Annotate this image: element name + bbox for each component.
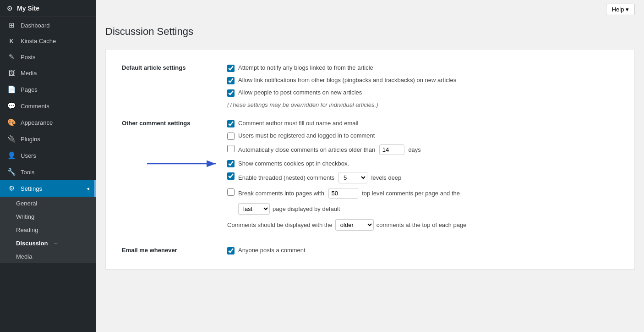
users-icon: 👤 xyxy=(7,151,16,160)
email-settings-row: Email me whenever Anyone posts a comment xyxy=(117,241,623,260)
other-comment-settings-row: Other comment settings Comment author mu… xyxy=(117,114,623,241)
pages-icon: 📄 xyxy=(7,85,16,94)
checkbox-author-name-input[interactable] xyxy=(227,120,235,127)
auto-close-text: Automatically close comments on articles… xyxy=(238,146,375,153)
submenu-label-writing: Writing xyxy=(16,213,34,220)
sidebar: ⊙ My Site ⊞ Dashboard K Kinsta Cache ✎ P… xyxy=(0,0,96,332)
checkbox-notify-blogs: Attempt to notify any blogs linked to fr… xyxy=(227,64,618,72)
other-comment-settings-label: Other comment settings xyxy=(117,114,223,241)
sidebar-label-users: Users xyxy=(21,152,36,159)
checkbox-anyone-posts-input[interactable] xyxy=(227,247,235,255)
checkbox-author-name-label: Comment author must fill out name and em… xyxy=(238,120,358,127)
checkbox-allow-pingbacks-input[interactable] xyxy=(227,77,235,84)
sidebar-item-media[interactable]: 🖼 Media xyxy=(0,65,96,81)
checkbox-break-pages-input[interactable] xyxy=(227,188,235,196)
content-area: Default article settings Attempt to noti… xyxy=(105,49,635,270)
tools-icon: 🔧 xyxy=(7,168,16,176)
checkbox-threaded-comments-input[interactable] xyxy=(227,172,235,180)
default-article-settings-label: Default article settings xyxy=(117,59,223,114)
sidebar-label-dashboard: Dashboard xyxy=(21,22,50,29)
submenu-discussion[interactable]: Discussion ← xyxy=(0,237,96,250)
wp-icon: ⊙ xyxy=(7,5,12,12)
threaded-depth-select[interactable]: 5 1234 678910 xyxy=(338,172,367,183)
help-label: Help ▾ xyxy=(612,6,629,13)
checkbox-author-name: Comment author must fill out name and em… xyxy=(227,120,618,127)
checkbox-cookies-optin-input[interactable] xyxy=(227,160,235,167)
checkbox-anyone-posts: Anyone posts a comment xyxy=(227,247,618,255)
sidebar-item-pages[interactable]: 📄 Pages xyxy=(0,81,96,98)
sidebar-item-posts[interactable]: ✎ Posts xyxy=(0,49,96,65)
checkbox-allow-comments-input[interactable] xyxy=(227,89,235,97)
topbar: Help ▾ xyxy=(96,0,644,19)
break-pages-text: Break comments into pages with xyxy=(238,190,324,197)
media-icon: 🖼 xyxy=(7,69,16,77)
settings-table: Default article settings Attempt to noti… xyxy=(117,59,623,260)
sidebar-label-kinsta: Kinsta Cache xyxy=(21,38,56,44)
checkbox-registered-users-input[interactable] xyxy=(227,133,235,140)
posts-icon: ✎ xyxy=(7,53,16,61)
checkbox-break-pages: Break comments into pages with top level… xyxy=(227,188,618,199)
sidebar-label-appearance: Appearance xyxy=(21,119,53,126)
comments-order-select[interactable]: older newer xyxy=(335,219,374,231)
checkbox-threaded-comments: Enable threaded (nested) comments 5 1234… xyxy=(227,172,618,183)
checkbox-allow-comments: Allow people to post comments on new art… xyxy=(227,89,618,97)
checkbox-threaded-comments-label: Enable threaded (nested) comments 5 1234… xyxy=(238,172,401,183)
sidebar-label-pages: Pages xyxy=(21,86,38,93)
default-article-settings-row: Default article settings Attempt to noti… xyxy=(117,59,623,114)
checkbox-anyone-posts-label: Anyone posts a comment xyxy=(238,247,306,254)
auto-close-suffix: days xyxy=(408,146,420,153)
sidebar-label-settings: Settings xyxy=(21,185,42,192)
submenu-general[interactable]: General xyxy=(0,197,96,210)
submenu-writing[interactable]: Writing xyxy=(0,210,96,223)
checkbox-registered-users: Users must be registered and logged in t… xyxy=(227,132,618,140)
email-settings-label: Email me whenever xyxy=(117,241,223,260)
sidebar-label-media: Media xyxy=(21,70,37,77)
sidebar-item-dashboard[interactable]: ⊞ Dashboard xyxy=(0,17,96,33)
checkbox-cookies-optin: Show comments cookies opt-in checkbox. xyxy=(227,160,618,167)
sidebar-item-plugins[interactable]: 🔌 Plugins xyxy=(0,131,96,147)
annotation-arrow xyxy=(147,157,220,171)
page-display-suffix: page displayed by default xyxy=(273,205,340,212)
main-content: Help ▾ Discussion Settings Default artic… xyxy=(96,0,644,332)
sidebar-item-tools[interactable]: 🔧 Tools xyxy=(0,164,96,180)
page-display-row: last first page displayed by default xyxy=(238,203,618,215)
checkbox-auto-close: Automatically close comments on articles… xyxy=(227,144,618,155)
page-display-select[interactable]: last first xyxy=(238,203,270,215)
default-article-settings-content: Attempt to notify any blogs linked to fr… xyxy=(223,59,623,114)
submenu-label-discussion: Discussion xyxy=(16,240,48,247)
override-note: (These settings may be overridden for in… xyxy=(227,101,618,108)
sidebar-item-appearance[interactable]: 🎨 Appearance xyxy=(0,114,96,131)
checkbox-allow-pingbacks-label: Allow link notifications from other blog… xyxy=(238,77,456,83)
submenu-label-media: Media xyxy=(16,253,32,260)
sidebar-item-users[interactable]: 👤 Users xyxy=(0,147,96,164)
sidebar-item-kinsta-cache[interactable]: K Kinsta Cache xyxy=(0,33,96,49)
other-comment-settings-content: Comment author must fill out name and em… xyxy=(223,114,623,241)
sidebar-label-comments: Comments xyxy=(21,103,49,110)
submenu-media[interactable]: Media xyxy=(0,250,96,263)
appearance-icon: 🎨 xyxy=(7,118,16,127)
sidebar-item-settings[interactable]: ⚙ Settings ◂ xyxy=(0,180,96,197)
email-settings-content: Anyone posts a comment xyxy=(223,241,623,260)
comments-order-prefix: Comments should be displayed with the xyxy=(227,221,333,228)
submenu-label-reading: Reading xyxy=(16,227,38,233)
threaded-label-text: Enable threaded (nested) comments xyxy=(238,174,334,181)
auto-close-days-input[interactable] xyxy=(379,144,404,155)
break-pages-suffix: top level comments per page and the xyxy=(362,190,460,197)
comments-order-suffix: comments at the top of each page xyxy=(377,221,467,228)
kinsta-icon: K xyxy=(7,38,16,44)
checkbox-notify-blogs-input[interactable] xyxy=(227,65,235,72)
dashboard-icon: ⊞ xyxy=(7,21,16,29)
settings-submenu: General Writing Reading Discussion ← Med… xyxy=(0,197,96,263)
comments-order-row: Comments should be displayed with the ol… xyxy=(227,219,618,231)
submenu-reading[interactable]: Reading xyxy=(0,223,96,237)
checkbox-cookies-optin-label: Show comments cookies opt-in checkbox. xyxy=(238,160,349,167)
site-logo: ⊙ My Site xyxy=(0,0,96,17)
page-header: Discussion Settings xyxy=(96,19,644,49)
page-title: Discussion Settings xyxy=(105,26,635,38)
checkbox-auto-close-input[interactable] xyxy=(227,145,235,152)
break-pages-count-input[interactable] xyxy=(328,188,358,199)
discussion-arrow-indicator: ← xyxy=(53,240,59,247)
plugins-icon: 🔌 xyxy=(7,135,16,143)
sidebar-item-comments[interactable]: 💬 Comments xyxy=(0,98,96,114)
help-button[interactable]: Help ▾ xyxy=(606,4,635,15)
